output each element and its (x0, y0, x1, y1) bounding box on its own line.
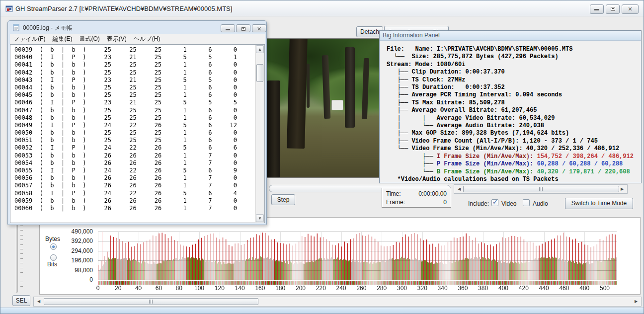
app-icon (5, 5, 13, 12)
menu-item[interactable]: ヘルプ(H) (130, 34, 164, 44)
x-tick-label: 420 (516, 285, 531, 292)
time-frame-group: Time: 0:00:00.00 Frame: 0 (382, 188, 451, 208)
info-hscrollbar[interactable]: ◀ ▶ (454, 184, 628, 194)
x-tick-label: 400 (496, 285, 511, 292)
bits-radio[interactable] (50, 254, 57, 261)
x-tick-label: 60 (151, 285, 166, 292)
x-tick-label: 300 (395, 285, 409, 292)
info-panel-caption: Big Information Panel (380, 31, 641, 41)
log-row: 00053 ( b | b ) 26 26 26 1 7 0 (14, 152, 248, 159)
audio-checkbox[interactable] (523, 199, 530, 206)
scroll-up-icon[interactable]: ▲ (256, 45, 264, 53)
minimize-button[interactable] (590, 4, 604, 14)
log-row: 00040 ( I | P ) 23 21 25 5 5 1 (14, 54, 248, 61)
x-tick-label: 20 (111, 285, 126, 292)
info-line: ├── TS Clock: 27MHz (387, 77, 641, 84)
info-line: │ ├── Average Video Bitrate: 60,534,029 (387, 115, 641, 122)
time-value: 0:00:00.00 (418, 190, 447, 197)
info-line: ├── Average Overall Bitrate: 61,207,465 (387, 107, 641, 114)
include-label: Include: (468, 200, 489, 207)
notepad-text-area[interactable]: 00039 ( b | b ) 25 25 25 1 6 000040 ( I … (10, 44, 265, 223)
x-tick-label: 260 (354, 285, 369, 292)
log-row: 00047 ( b | b ) 25 25 25 1 6 0 (14, 107, 248, 114)
log-row: 00051 ( b | b ) 25 25 25 1 6 0 (14, 137, 248, 144)
notepad-vscrollbar[interactable]: ▲ ▼ (255, 45, 264, 222)
scroll-left-icon[interactable]: ◀ (455, 185, 463, 193)
log-row: 00050 ( b | b ) 25 25 25 1 6 0 (14, 129, 248, 137)
tree-trunk (287, 38, 308, 149)
audio-checkbox-label: Audio (533, 200, 548, 207)
x-tick-label: 360 (455, 285, 470, 292)
scroll-down-icon[interactable]: ▼ (256, 214, 264, 222)
x-tick-label: 240 (334, 285, 349, 292)
info-hscroll-thumb[interactable] (463, 186, 619, 192)
zoom-slider[interactable] (16, 224, 18, 293)
info-panel-lines: File: Name: I:\PRIVATE\AVCHD\BDMV\STREAM… (380, 41, 641, 183)
chart-hscroll-thumb[interactable] (44, 298, 258, 305)
notepad-minimize-button[interactable] (221, 24, 235, 32)
menu-item[interactable]: 編集(E) (49, 34, 76, 44)
log-row: 00044 ( b | b ) 25 25 25 1 6 0 (14, 84, 248, 91)
log-row: 00041 ( b | b ) 25 25 25 1 6 0 (14, 61, 248, 69)
info-line: ├── Max GOP Size: 899,328 Bytes (7,194,6… (387, 130, 641, 137)
scroll-left-icon[interactable]: ◀ (35, 297, 43, 306)
close-button[interactable]: ✕ (622, 4, 639, 14)
menu-item[interactable]: 表示(V) (103, 34, 130, 44)
x-tick-label: 40 (131, 285, 146, 292)
y-tick-label: 392,000 (60, 237, 93, 244)
log-row: 00049 ( I | P ) 24 22 26 5 6 12 (14, 122, 248, 129)
info-line: └── Size: 285,775,872 Bytes (427,296 Pac… (387, 53, 641, 61)
x-tick-label: 80 (171, 285, 186, 292)
notepad-menubar: ファイル(F)編集(E)書式(O)表示(V)ヘルプ(H) (10, 34, 265, 44)
info-line: File: Name: I:\PRIVATE\AVCHD\BDMV\STREAM… (387, 46, 641, 53)
switch-to-time-mode-button[interactable]: Switch to Time Mode (565, 198, 633, 209)
x-tick-label: 180 (273, 285, 288, 292)
bytes-radio[interactable] (50, 243, 57, 250)
sel-button[interactable]: SEL (12, 295, 30, 306)
info-line: ├── Clip Duration: 0:00:37.370 (387, 69, 641, 76)
video-checkbox[interactable] (491, 199, 498, 206)
notepad-window[interactable]: 00005.log - メモ帳 ✕ ファイル(F)編集(E)書式(O)表示(V)… (7, 20, 267, 225)
x-tick-label: 320 (415, 285, 430, 292)
info-line: │ └── Average Audio Bitrate: 240,038 (387, 122, 641, 130)
info-line: └── B Frame Size (Min/Ave/Max): 40,320 /… (387, 168, 641, 176)
log-row: 00054 ( b | b ) 26 26 26 1 7 0 (14, 159, 248, 167)
x-tick-label: 0 (90, 285, 105, 292)
tree-trunk (345, 47, 355, 128)
maximize-button[interactable] (606, 4, 620, 14)
chart-hscrollbar[interactable]: ◀ ▶ (33, 297, 642, 307)
x-tick-label: 200 (293, 285, 308, 292)
log-row: 00048 ( b | b ) 25 25 25 1 6 0 (14, 114, 248, 122)
video-checkbox-label: Video (501, 200, 516, 207)
frame-size-canvas[interactable] (98, 223, 617, 286)
menu-item[interactable]: ファイル(F) (10, 34, 49, 44)
tree-trunk (267, 80, 280, 177)
notepad-close-button[interactable]: ✕ (252, 24, 266, 32)
main-titlebar[interactable]: GH StreamParser 2.7 [I:¥PRIVATE¥AVCHD¥BD… (0, 0, 644, 16)
notepad-scroll-thumb[interactable] (256, 64, 263, 82)
y-tick-label: 294,000 (60, 247, 93, 254)
x-tick-label: 380 (476, 285, 490, 292)
zoom-slider-ticks (20, 226, 23, 291)
log-row: 00046 ( I | P ) 23 21 25 5 5 5 (14, 99, 248, 106)
info-line: ├── P Frame Size (Min/Ave/Max): 60,288 /… (387, 160, 641, 168)
notepad-maximize-button[interactable] (236, 24, 250, 32)
x-tick-label: 440 (537, 285, 552, 292)
menu-item[interactable]: 書式(O) (76, 34, 103, 44)
step-button[interactable]: Step (271, 194, 295, 205)
time-label: Time: (386, 190, 401, 197)
y-tick-label: 98,000 (60, 267, 93, 274)
x-axis-labels: 0204060801001201401601802002202402602803… (0, 285, 644, 292)
scroll-right-icon[interactable]: ▶ (632, 297, 640, 306)
y-tick-label: 0 (60, 276, 93, 283)
frame-label: Frame: (386, 199, 405, 206)
notepad-title: 00005.log - メモ帳 (23, 24, 73, 32)
log-row: 00059 ( b | b ) 26 26 26 1 7 0 (14, 197, 248, 205)
y-tick-label: 196,000 (60, 257, 93, 264)
log-row: 00058 ( I | P ) 24 22 26 5 6 4 (14, 190, 248, 197)
info-line: ├── TS Duration: 0:00:37.352 (387, 84, 641, 91)
info-line: ├── Average PCR Timing Interval: 0.094 s… (387, 91, 641, 99)
info-line: *Video/Audio calculations based on TS Pa… (387, 176, 641, 183)
info-line: └── Video Frame Size (Min/Ave/Max): 40,3… (387, 145, 641, 153)
scroll-right-icon[interactable]: ▶ (618, 185, 626, 193)
